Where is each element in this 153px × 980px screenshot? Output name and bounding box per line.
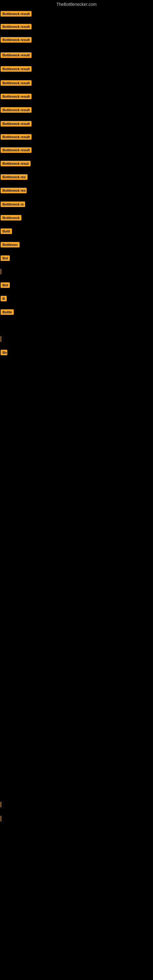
bottleneck-badge[interactable]: Bot [1,255,10,261]
bottleneck-badge[interactable]: Bottleneck result [1,37,32,43]
badge-wrapper: Bottleneck resul [1,161,30,167]
badge-wrapper: Bottleneck result [1,107,32,114]
badge-wrapper: Bottleneck result [1,94,32,100]
bottleneck-badge[interactable]: Bottleneck result [1,147,32,153]
marker-line [1,816,1,821]
badge-wrapper: Bottleneck result [1,52,32,59]
badge-wrapper: Bottleneck result [1,24,32,30]
badge-wrapper: Bo [1,350,7,356]
bottleneck-badge[interactable]: Bottleneck result [1,121,32,126]
bottleneck-badge[interactable]: Bottleneck re [1,202,25,207]
bottleneck-badge[interactable]: Bottle [1,309,14,315]
marker-line [1,269,1,274]
bottleneck-badge[interactable]: Bottleneck res [1,174,27,180]
bottleneck-badge[interactable]: Bottleneck result [1,134,32,140]
badge-wrapper: Bottleneck result [1,147,32,154]
bottleneck-badge[interactable]: Bottleneck result [1,66,32,72]
badge-wrapper: Bottleneck result [1,37,32,44]
badge-wrapper: B [1,296,7,302]
marker-line [1,336,1,342]
badge-wrapper: Bottleneck res [1,188,27,194]
badge-wrapper: Bottleneck result [1,11,32,18]
bottleneck-badge[interactable]: Bottleneck result [1,11,32,16]
marker-line [1,802,1,807]
badge-wrapper: Bot [1,282,10,289]
bottleneck-badge[interactable]: Bottleneck [1,215,21,221]
badge-wrapper: Bottle [1,309,14,316]
badge-wrapper: Bottleneck result [1,121,32,128]
bottleneck-badge[interactable]: Bot [1,282,10,288]
bottleneck-badge[interactable]: Bo [1,350,7,355]
badge-wrapper: Bottleneck res [1,174,27,181]
bottleneck-badge[interactable]: Bottleneck result [1,52,32,58]
bottleneck-badge[interactable]: Bottlenec [1,242,19,247]
badge-wrapper: Bottleneck result [1,134,32,141]
bottleneck-badge[interactable]: B [1,296,7,301]
badge-wrapper: Bottleneck result [1,66,32,73]
badge-wrapper: Bot [1,255,10,262]
bottleneck-badge[interactable]: Bottleneck result [1,94,32,99]
badge-wrapper: Bottleneck [1,215,21,222]
bottleneck-badge[interactable]: Bottleneck res [1,188,27,193]
bottleneck-badge[interactable]: Bottl [1,229,12,234]
bottleneck-badge[interactable]: Bottleneck result [1,80,32,86]
badge-wrapper: Bottlenec [1,242,19,249]
bottleneck-badge[interactable]: Bottleneck result [1,107,32,113]
bottleneck-badge[interactable]: Bottleneck resul [1,161,30,166]
site-title: TheBottlenecker.com [0,0,153,9]
badge-wrapper: Bottleneck result [1,80,32,87]
bottleneck-badge[interactable]: Bottleneck result [1,24,32,29]
badge-wrapper: Bottleneck re [1,202,25,208]
badge-wrapper: Bottl [1,229,12,235]
